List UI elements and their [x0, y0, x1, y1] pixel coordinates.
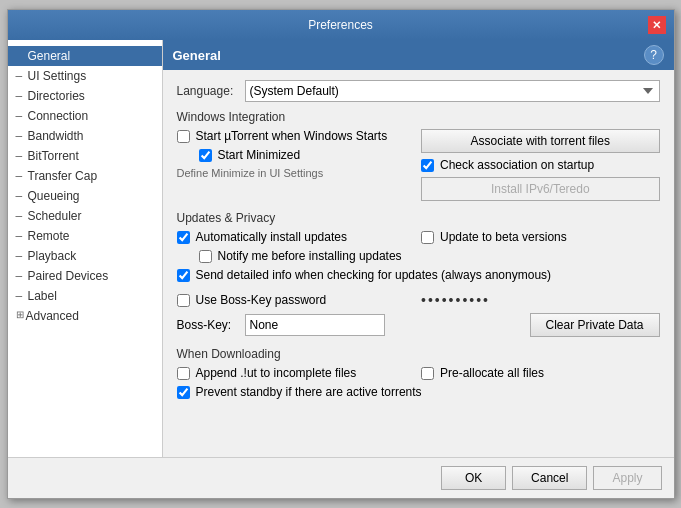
- send-detailed-row: Send detailed info when checking for upd…: [177, 268, 660, 282]
- title-bar: Preferences ✕: [8, 10, 674, 40]
- when-downloading-label: When Downloading: [177, 347, 660, 361]
- sidebar-item-advanced[interactable]: Advanced: [8, 306, 162, 326]
- start-utorrent-checkbox[interactable]: [177, 130, 190, 143]
- install-ipv6-button[interactable]: Install IPv6/Teredo: [421, 177, 660, 201]
- boss-key-cols: Use Boss-Key password ••••••••••: [177, 292, 660, 313]
- start-minimized-checkbox[interactable]: [199, 149, 212, 162]
- updates-cols: Automatically install updates Update to …: [177, 230, 660, 249]
- auto-install-label: Automatically install updates: [196, 230, 347, 244]
- ok-button[interactable]: OK: [441, 466, 506, 490]
- sidebar-item-directories[interactable]: Directories: [8, 86, 162, 106]
- update-beta-checkbox[interactable]: [421, 231, 434, 244]
- cancel-button[interactable]: Cancel: [512, 466, 587, 490]
- right-col: Associate with torrent files Check assoc…: [421, 129, 660, 201]
- section-title: General: [173, 48, 221, 63]
- start-minimized-row: Start Minimized: [177, 148, 416, 162]
- windows-integration-label: Windows Integration: [177, 110, 660, 124]
- send-detailed-checkbox[interactable]: [177, 269, 190, 282]
- sidebar-item-paired-devices[interactable]: Paired Devices: [8, 266, 162, 286]
- sidebar-item-ui-settings[interactable]: UI Settings: [8, 66, 162, 86]
- append-ut-label: Append .!ut to incomplete files: [196, 366, 357, 380]
- append-ut-row: Append .!ut to incomplete files: [177, 366, 416, 380]
- prevent-standby-checkbox[interactable]: [177, 386, 190, 399]
- sidebar-item-queueing[interactable]: Queueing: [8, 186, 162, 206]
- section-header: General ?: [163, 40, 674, 70]
- define-minimize-label: Define Minimize in UI Settings: [177, 167, 416, 179]
- when-downloading-group: When Downloading Append .!ut to incomple…: [177, 347, 660, 399]
- windows-integration-cols: Start µTorrent when Windows Starts Start…: [177, 129, 660, 201]
- window-body: General UI Settings Directories Connecti…: [8, 40, 674, 457]
- language-label: Language:: [177, 84, 237, 98]
- sidebar-item-general[interactable]: General: [8, 46, 162, 66]
- prevent-standby-label: Prevent standby if there are active torr…: [196, 385, 422, 399]
- send-detailed-label: Send detailed info when checking for upd…: [196, 268, 552, 282]
- check-association-checkbox[interactable]: [421, 159, 434, 172]
- auto-install-row: Automatically install updates: [177, 230, 416, 244]
- boss-key-input[interactable]: [245, 314, 385, 336]
- boss-key-field-label: Boss-Key:: [177, 318, 237, 332]
- main-content: General ? Language: (System Default) Win…: [163, 40, 674, 457]
- pre-allocate-checkbox[interactable]: [421, 367, 434, 380]
- append-ut-checkbox[interactable]: [177, 367, 190, 380]
- sidebar-item-remote[interactable]: Remote: [8, 226, 162, 246]
- boss-key-password-checkbox[interactable]: [177, 294, 190, 307]
- sidebar-item-bittorrent[interactable]: BitTorrent: [8, 146, 162, 166]
- preferences-window: Preferences ✕ General UI Settings Direct…: [7, 9, 675, 499]
- start-minimized-label: Start Minimized: [218, 148, 301, 162]
- close-button[interactable]: ✕: [648, 16, 666, 34]
- start-utorrent-row: Start µTorrent when Windows Starts: [177, 129, 416, 143]
- language-select[interactable]: (System Default): [245, 80, 660, 102]
- sidebar-item-scheduler[interactable]: Scheduler: [8, 206, 162, 226]
- check-association-row: Check association on startup: [421, 158, 660, 172]
- notify-before-checkbox[interactable]: [199, 250, 212, 263]
- boss-key-group: Use Boss-Key password •••••••••• Boss-Ke…: [177, 292, 660, 337]
- notify-before-label: Notify me before installing updates: [218, 249, 402, 263]
- apply-button[interactable]: Apply: [593, 466, 661, 490]
- sidebar-item-transfer-cap[interactable]: Transfer Cap: [8, 166, 162, 186]
- clear-private-data-button[interactable]: Clear Private Data: [530, 313, 660, 337]
- start-utorrent-label: Start µTorrent when Windows Starts: [196, 129, 388, 143]
- updates-privacy-group: Updates & Privacy Automatically install …: [177, 211, 660, 282]
- updates-privacy-label: Updates & Privacy: [177, 211, 660, 225]
- sidebar-item-bandwidth[interactable]: Bandwidth: [8, 126, 162, 146]
- boss-key-pw-row: Use Boss-Key password: [177, 292, 416, 308]
- sidebar: General UI Settings Directories Connecti…: [8, 40, 163, 457]
- associate-torrent-button[interactable]: Associate with torrent files: [421, 129, 660, 153]
- windows-integration-group: Windows Integration Start µTorrent when …: [177, 110, 660, 201]
- language-row: Language: (System Default): [177, 80, 660, 102]
- update-beta-label: Update to beta versions: [440, 230, 567, 244]
- notify-before-row: Notify me before installing updates: [177, 249, 660, 263]
- window-title: Preferences: [34, 18, 648, 32]
- pre-allocate-row: Pre-allocate all files: [421, 366, 660, 380]
- boss-key-input-row: Boss-Key: Clear Private Data: [177, 313, 660, 337]
- sidebar-item-label[interactable]: Label: [8, 286, 162, 306]
- auto-install-checkbox[interactable]: [177, 231, 190, 244]
- left-col: Start µTorrent when Windows Starts Start…: [177, 129, 416, 201]
- content-area: Language: (System Default) Windows Integ…: [163, 70, 674, 457]
- pre-allocate-label: Pre-allocate all files: [440, 366, 544, 380]
- update-beta-row: Update to beta versions: [421, 230, 660, 244]
- sidebar-item-playback[interactable]: Playback: [8, 246, 162, 266]
- prevent-standby-row: Prevent standby if there are active torr…: [177, 385, 660, 399]
- downloading-cols: Append .!ut to incomplete files Pre-allo…: [177, 366, 660, 385]
- sidebar-item-connection[interactable]: Connection: [8, 106, 162, 126]
- boss-key-dots-row: ••••••••••: [421, 292, 660, 308]
- help-button[interactable]: ?: [644, 45, 664, 65]
- footer: OK Cancel Apply: [8, 457, 674, 498]
- check-association-label: Check association on startup: [440, 158, 594, 172]
- boss-key-dots: ••••••••••: [421, 292, 490, 308]
- boss-key-label: Use Boss-Key password: [196, 293, 327, 307]
